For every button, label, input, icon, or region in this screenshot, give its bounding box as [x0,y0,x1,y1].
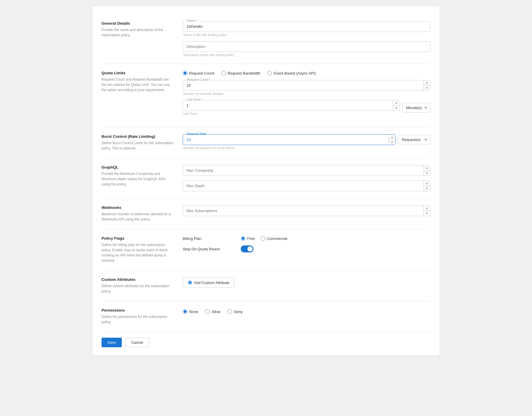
billing-free-radio[interactable] [241,236,245,241]
burst-control-left: Burst Control (Rate Limiting) Define Bur… [102,134,183,151]
permission-none-text: None [189,310,198,314]
graphql-section: GraphQL Provide the Maximum Complexity a… [102,158,430,198]
quota-request-bandwidth-label[interactable]: Request Bandwidth [221,71,260,75]
billing-free-label[interactable]: Free [241,236,255,241]
permissions-right: None Allow Deny [183,308,430,325]
request-count-input[interactable] [183,80,423,91]
custom-attributes-title: Custom Attributes [102,277,173,282]
unit-time-hint: Unit Time [183,112,400,115]
quota-limits-desc: Request Count and Request Bandwidth are … [102,77,173,93]
policy-flags-left: Policy Flags Define the billing plan for… [102,236,183,263]
cancel-button[interactable]: Cancel [125,338,149,347]
quota-limits-title: Quota Limits [102,71,173,75]
quota-type-radio-group: Request Count Request Bandwidth Event Ba… [183,71,430,75]
unit-time-row: Unit Time * ▲ ▼ Unit Time Minute(s) [183,100,430,120]
max-depth-spinner: ▲ ▼ [183,180,430,191]
permission-allow-label[interactable]: Allow [205,309,220,314]
graphql-title: GraphQL [102,165,173,169]
quota-limits-section: Quota Limits Request Count and Request B… [102,64,430,127]
add-custom-attribute-button[interactable]: ⊕ Add Custom Attribute [183,277,234,288]
billing-plan-row: Billing Plan Free Commercial [183,236,430,241]
request-count-hint: Number of requests allowed [183,92,430,95]
webhooks-desc: Maximum number of webhooks allowed for a… [102,211,173,222]
max-depth-input[interactable] [183,181,423,191]
name-hint: Name of the rate limiting policy [183,33,430,37]
request-rate-up[interactable]: ▲ [389,135,395,140]
description-input[interactable] [183,41,430,52]
unit-time-input[interactable] [183,100,393,111]
name-input[interactable] [183,21,430,32]
request-rate-down[interactable]: ▼ [389,140,395,145]
request-count-up[interactable]: ▲ [424,80,430,85]
billing-plan-label: Billing Plan [183,236,241,241]
graphql-left: GraphQL Provide the Maximum Complexity a… [102,165,183,191]
stop-on-quota-toggle[interactable] [241,245,254,252]
permissions-section: Permissions Define the permissions for t… [102,301,430,332]
request-rate-input[interactable] [183,135,388,145]
quota-request-bandwidth-radio[interactable] [221,71,226,75]
permission-allow-radio[interactable] [205,309,210,314]
policy-flags-section: Policy Flags Define the billing plan for… [102,229,430,270]
webhooks-title: Webhooks [102,205,173,210]
burst-control-section: Burst Control (Rate Limiting) Define Bur… [102,127,430,158]
graphql-right: ▲ ▼ ▲ ▼ [183,165,430,191]
request-rate-spinner: ▲ ▼ [183,134,396,145]
billing-commercial-text: Commercial [267,236,287,241]
permission-none-label[interactable]: None [183,309,198,314]
stop-on-quota-row: Stop On Quota Reach [183,245,430,252]
request-rate-hint: Number of requests for burst control [183,146,430,150]
burst-control-desc: Define Burst Control Limits for the subs… [102,140,173,151]
max-depth-up[interactable]: ▲ [424,181,430,186]
request-rate-field: Request Rate ▲ ▼ Requests/s Requests/m R… [183,134,430,150]
max-subscriptions-input[interactable] [183,206,423,216]
unit-time-down[interactable]: ▼ [393,105,400,111]
permission-allow-text: Allow [211,310,220,314]
save-button[interactable]: Save [102,338,122,347]
unit-time-up[interactable]: ▲ [393,100,400,105]
max-depth-field: ▲ ▼ [183,180,430,191]
max-subscriptions-up[interactable]: ▲ [424,206,430,211]
request-count-field: Request Count * ▲ ▼ Number of requests a… [183,80,430,95]
quota-limits-right: Request Count Request Bandwidth Event Ba… [183,71,430,120]
quota-request-count-radio[interactable] [183,71,187,75]
billing-commercial-label[interactable]: Commercial [261,236,287,241]
quota-request-count-text: Request Count [189,71,214,75]
max-complexity-input[interactable] [183,165,423,176]
request-count-down[interactable]: ▼ [424,85,430,91]
max-subscriptions-down[interactable]: ▼ [424,211,430,216]
request-rate-unit-select[interactable]: Requests/s Requests/m Requests/h [398,135,430,144]
max-complexity-up[interactable]: ▲ [424,165,430,170]
quota-request-bandwidth-text: Request Bandwidth [228,71,260,75]
quota-event-based-label[interactable]: Event Based (Async API) [267,71,316,75]
max-complexity-spinner: ▲ ▼ [183,165,430,176]
max-depth-down[interactable]: ▼ [424,186,430,191]
unit-time-spinner: ▲ ▼ [183,100,400,111]
unit-time-field: Unit Time * ▲ ▼ Unit Time [183,100,400,115]
max-subscriptions-spin-btns: ▲ ▼ [423,206,430,216]
general-details-right: Name * Name of the rate limiting policy … [183,21,430,57]
max-complexity-down[interactable]: ▼ [424,170,430,176]
billing-commercial-radio[interactable] [261,236,265,241]
quota-limits-left: Quota Limits Request Count and Request B… [102,71,183,120]
burst-control-title: Burst Control (Rate Limiting) [102,134,173,139]
unit-time-select[interactable]: Minute(s) Hour(s) Day(s) Month(s) [402,103,430,113]
permission-none-radio[interactable] [183,309,187,314]
quota-event-based-radio[interactable] [267,71,272,75]
general-details-left: General Details Provide the name and des… [102,21,183,57]
plus-icon: ⊕ [188,280,192,285]
permission-deny-label[interactable]: Deny [227,309,243,314]
billing-free-text: Free [247,236,255,241]
description-field: Description of the rate limiting policy [183,41,430,57]
webhooks-left: Webhooks Maximum number of webhooks allo… [102,205,183,222]
description-hint: Description of the rate limiting policy [183,53,430,57]
policy-flags-desc: Define the billing plan for the subscrip… [102,242,173,263]
max-complexity-field: ▲ ▼ [183,165,430,176]
footer-buttons: Save Cancel [102,338,430,347]
webhooks-section: Webhooks Maximum number of webhooks allo… [102,198,430,229]
permission-deny-radio[interactable] [227,309,232,314]
general-details-section: General Details Provide the name and des… [102,14,430,64]
billing-options: Free Commercial [241,236,287,241]
add-custom-attribute-label: Add Custom Attribute [194,281,229,285]
policy-flags-title: Policy Flags [102,236,173,240]
quota-request-count-label[interactable]: Request Count [183,71,214,75]
